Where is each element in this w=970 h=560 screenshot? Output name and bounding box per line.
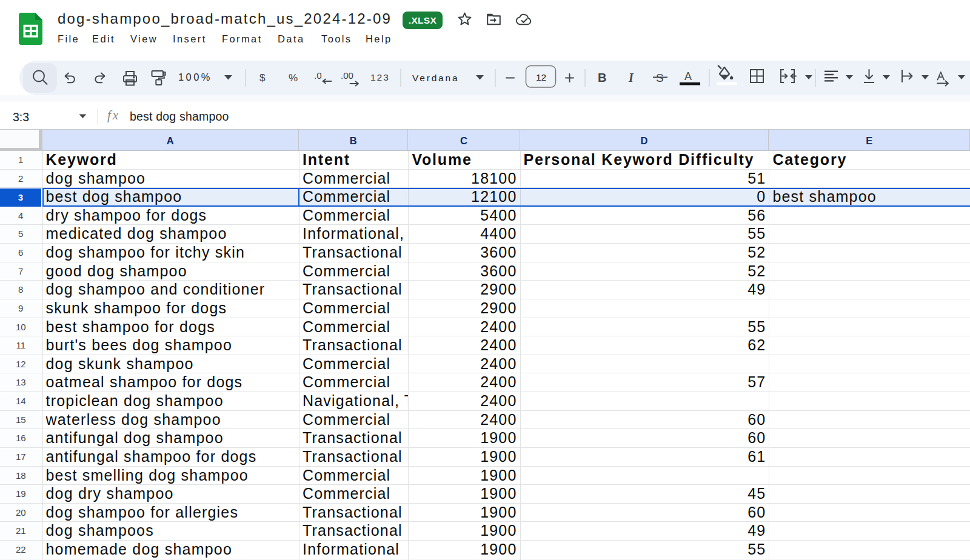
svg-text:12: 12	[536, 72, 546, 82]
svg-text:100%: 100%	[178, 72, 212, 82]
svg-text:Verdana: Verdana	[412, 73, 459, 83]
svg-text:B: B	[598, 71, 606, 84]
svg-text:%: %	[289, 72, 298, 84]
svg-text:123: 123	[370, 72, 390, 82]
svg-text:.0: .0	[314, 70, 322, 81]
svg-text:.00: .00	[341, 70, 353, 81]
svg-text:A: A	[684, 70, 692, 82]
svg-text:I: I	[628, 71, 634, 84]
svg-text:$: $	[259, 72, 266, 84]
